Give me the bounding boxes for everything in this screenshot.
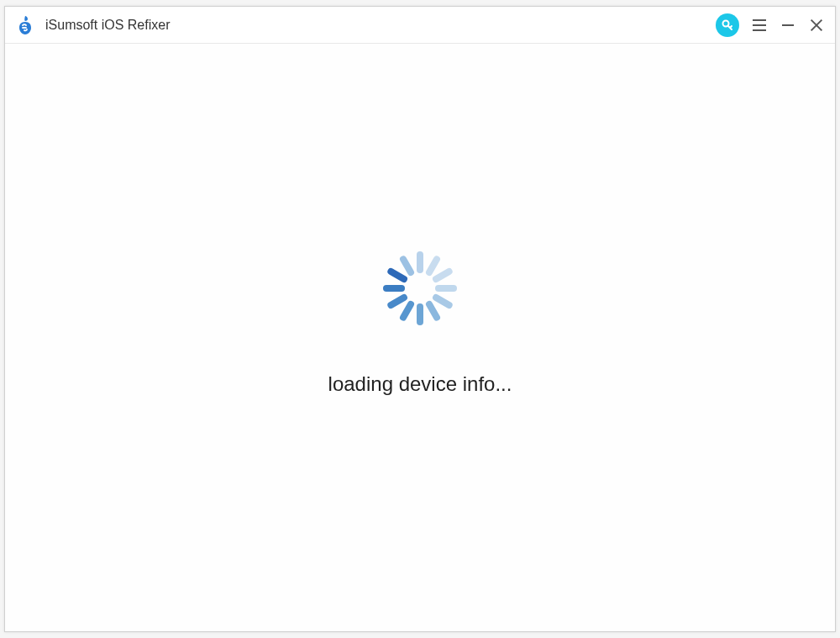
close-button[interactable]: [808, 17, 825, 34]
spinner-blade: [435, 285, 457, 292]
content-area: loading device info...: [5, 44, 835, 631]
hamburger-icon: [753, 19, 766, 21]
spinner-blade: [417, 303, 423, 325]
titlebar-controls: [716, 13, 825, 37]
app-logo-icon: [12, 12, 39, 39]
titlebar: iSumsoft iOS Refixer: [5, 7, 835, 44]
app-window: iSumsoft iOS Refixer loading device: [4, 6, 836, 632]
minimize-icon: [782, 24, 794, 26]
key-button[interactable]: [716, 13, 739, 37]
minimize-button[interactable]: [780, 17, 796, 34]
status-text: loading device info...: [328, 372, 512, 396]
spinner-blade: [417, 251, 423, 273]
key-icon: [721, 18, 734, 32]
spinner-blade: [383, 285, 405, 292]
menu-button[interactable]: [751, 17, 768, 34]
app-title: iSumsoft iOS Refixer: [45, 18, 716, 33]
loading-spinner-icon: [378, 246, 462, 330]
